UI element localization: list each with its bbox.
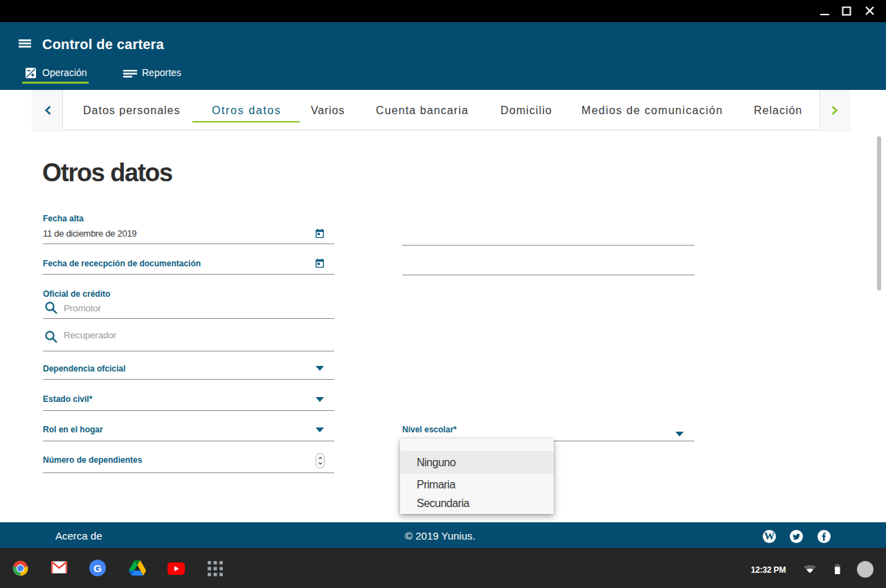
svg-text:W: W [764,531,775,542]
svg-text:G: G [93,562,102,574]
